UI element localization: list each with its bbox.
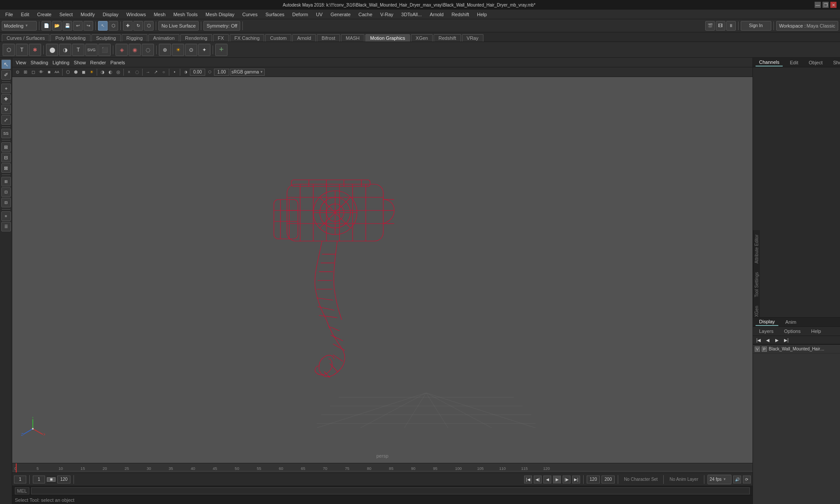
vp-menu-view[interactable]: View: [14, 59, 28, 66]
redo-btn[interactable]: ↪: [84, 21, 93, 31]
layer-skip-end[interactable]: ▶|: [782, 336, 790, 344]
shelf-tab-sculpting[interactable]: Sculpting: [91, 34, 121, 42]
menu-help[interactable]: Help: [473, 11, 490, 18]
close-btn[interactable]: ✕: [830, 2, 836, 8]
shelf-icon-text[interactable]: T: [16, 44, 28, 56]
max-frame-input[interactable]: [602, 476, 615, 483]
pause-btn[interactable]: ⏸: [726, 21, 736, 31]
menu-cache[interactable]: Cache: [355, 11, 376, 18]
rotate-tool[interactable]: ↻: [1, 105, 11, 114]
select-tool-btn[interactable]: ↖: [98, 21, 108, 31]
vp-icon-eye[interactable]: 👁: [38, 69, 45, 76]
vp-icon-dot2[interactable]: •: [171, 69, 178, 76]
shelf-tab-vray[interactable]: VRay: [462, 34, 483, 42]
layer-skip-start[interactable]: |◀: [755, 336, 763, 344]
new-scene-btn[interactable]: 📄: [42, 21, 51, 31]
move-btn[interactable]: ✚: [123, 21, 133, 31]
menu-vray[interactable]: V-Ray: [377, 11, 397, 18]
range-end-a-input[interactable]: [57, 476, 70, 483]
vp-menu-lighting[interactable]: Lighting: [51, 59, 71, 66]
layer-p-btn[interactable]: P: [762, 346, 767, 352]
vp-icon-ao[interactable]: ◐: [107, 69, 114, 76]
play-back-btn[interactable]: ◀: [543, 476, 551, 483]
vp-icon-aa[interactable]: AA: [53, 69, 60, 76]
vp-icon-x-ray[interactable]: X: [126, 69, 133, 76]
vp-icon-grid[interactable]: ⊞: [22, 69, 29, 76]
shelf-icon-select[interactable]: ⬡: [3, 44, 15, 56]
menu-deform[interactable]: Deform: [289, 11, 312, 18]
vp-icon-arrow2[interactable]: ↗: [152, 69, 159, 76]
shelf-tab-rigging[interactable]: Rigging: [122, 34, 147, 42]
menu-curves[interactable]: Curves: [239, 11, 261, 18]
scale-tool[interactable]: ⤢: [1, 115, 11, 125]
rp-tab-options[interactable]: Options: [780, 328, 804, 335]
menu-mesh[interactable]: Mesh: [150, 11, 169, 18]
vp-icon-isolate[interactable]: ◎: [115, 69, 122, 76]
show-manipulator[interactable]: ⊞: [1, 142, 11, 152]
menu-mesh-tools[interactable]: Mesh Tools: [170, 11, 201, 18]
render-btn[interactable]: 🎬: [705, 21, 715, 31]
paint-tool[interactable]: ✐: [1, 70, 11, 80]
menu-redshift[interactable]: Redshift: [448, 11, 472, 18]
exposure-b-input[interactable]: [214, 69, 229, 76]
shelf-tab-animation[interactable]: Animation: [148, 34, 179, 42]
shelf-icon-sphere[interactable]: ⬤: [46, 44, 58, 56]
rp-tab-help[interactable]: Help: [808, 328, 825, 335]
exposure-a-input[interactable]: [190, 69, 205, 76]
rp-tab-object[interactable]: Object: [805, 59, 826, 66]
shelf-icon-star[interactable]: ✦: [198, 44, 210, 56]
shelf-tab-fx[interactable]: FX: [213, 34, 229, 42]
menu-generate[interactable]: Generate: [327, 11, 354, 18]
soft-select-btn[interactable]: SS: [1, 129, 11, 138]
shelf-icon-circ[interactable]: ◌: [142, 44, 154, 56]
shelf-icon-move[interactable]: ⊕: [159, 44, 171, 56]
vp-menu-shading[interactable]: Shading: [29, 59, 50, 66]
vp-icon-light[interactable]: ☀: [88, 69, 95, 76]
history-btn[interactable]: ≡: [1, 211, 11, 221]
timeline-row[interactable]: 0 5 10 15 20 25 30 35 40 45 50: [12, 463, 752, 472]
go-end-btn[interactable]: ▶|: [572, 476, 580, 483]
rp-tab-edit[interactable]: Edit: [786, 59, 802, 66]
menu-uv[interactable]: UV: [312, 11, 326, 18]
viewport-canvas[interactable]: X Y Z persp: [12, 77, 752, 463]
shelf-icon-paint2[interactable]: ◉: [129, 44, 141, 56]
shelf-icon-dot[interactable]: ⊙: [185, 44, 197, 56]
select-tool[interactable]: ↖: [1, 60, 11, 69]
vp-icon-xray2[interactable]: ◌: [133, 69, 140, 76]
layer-step-back[interactable]: ◀: [764, 336, 772, 344]
shelf-tab-poly[interactable]: Poly Modeling: [50, 34, 90, 42]
shelf-icon-curve[interactable]: ◑: [59, 44, 71, 56]
vp-icon-film[interactable]: ◻: [30, 69, 37, 76]
scale-btn[interactable]: ⬡: [144, 21, 154, 31]
go-start-btn[interactable]: |◀: [524, 476, 532, 483]
menu-create[interactable]: Create: [34, 11, 55, 18]
open-btn[interactable]: 📂: [52, 21, 62, 31]
vp-icon-wire[interactable]: ⬡: [64, 69, 71, 76]
rotate-btn[interactable]: ↻: [133, 21, 143, 31]
mel-label[interactable]: MEL: [15, 487, 29, 494]
shelf-tab-redshift[interactable]: Redshift: [434, 34, 461, 42]
shelf-tab-xgen[interactable]: XGen: [411, 34, 433, 42]
play-btn[interactable]: ▶: [553, 476, 561, 483]
shelf-icon-t2[interactable]: T: [72, 44, 84, 56]
shelf-tab-custom[interactable]: Custom: [265, 34, 291, 42]
save-btn[interactable]: 💾: [63, 21, 72, 31]
undo-btn[interactable]: ↩: [73, 21, 83, 31]
vp-icon-smooth[interactable]: ⬢: [72, 69, 79, 76]
shelf-tab-arnold[interactable]: Arnold: [292, 34, 316, 42]
shelf-icon-brush[interactable]: ✱: [29, 44, 41, 56]
frame-slider-thumb[interactable]: ◼: [47, 477, 56, 482]
show-manipulator2[interactable]: ⊟: [1, 153, 11, 162]
mode-dropdown[interactable]: Modeling: [2, 21, 37, 31]
vp-icon-camera[interactable]: ⊙: [14, 69, 21, 76]
vp-icon-circle[interactable]: ○: [160, 69, 167, 76]
menu-select[interactable]: Select: [56, 11, 77, 18]
shelf-tab-motion-graphics[interactable]: Motion Graphics: [365, 34, 410, 42]
shelf-tab-fxcaching[interactable]: FX Caching: [230, 34, 264, 42]
shelf-icon-svg[interactable]: SVG: [85, 44, 98, 56]
rp-tab-display[interactable]: Display: [756, 318, 778, 326]
menu-display[interactable]: Display: [99, 11, 122, 18]
vp-icon-texture[interactable]: ◼: [80, 69, 87, 76]
layer-step-fwd[interactable]: ▶: [773, 336, 781, 344]
shelf-icon-box[interactable]: ⬛: [98, 44, 111, 56]
